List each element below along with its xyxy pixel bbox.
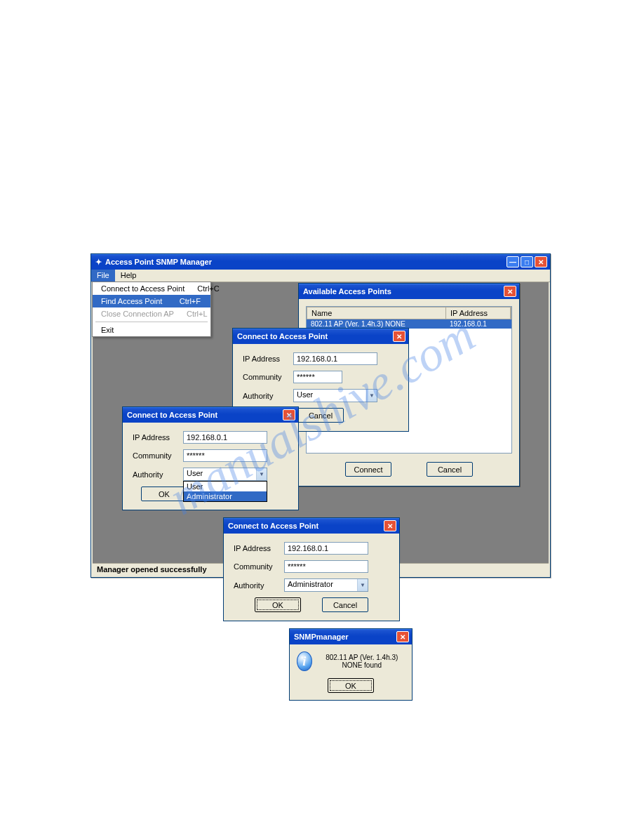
menu-item-label: Exit <box>101 326 114 334</box>
authority-combo[interactable]: User ▼ <box>293 389 377 402</box>
connect-dialog-2: Connect to Access Point ✕ IP Address Com… <box>122 406 299 510</box>
menu-item-accel: Ctrl+F <box>180 297 201 305</box>
authority-dropdown-list: User Administrator <box>183 481 267 502</box>
menu-exit[interactable]: Exit <box>93 324 210 336</box>
available-ap-title: Available Access Points <box>303 287 504 296</box>
ip-label: IP Address <box>234 544 284 552</box>
menu-separator <box>95 322 208 322</box>
combo-value: Administrator <box>285 579 357 591</box>
close-button[interactable]: ✕ <box>384 520 396 531</box>
ok-button[interactable]: OK <box>328 678 374 693</box>
community-label: Community <box>234 562 284 571</box>
connect-titlebar: Connect to Access Point ✕ <box>224 518 399 534</box>
ok-button[interactable]: OK <box>255 597 301 612</box>
available-ap-titlebar: Available Access Points ✕ <box>299 284 519 299</box>
community-input[interactable] <box>293 371 342 383</box>
menu-item-label: Close Connection AP <box>101 310 174 318</box>
snmp-title: SNMPmanager <box>294 633 396 641</box>
community-label: Community <box>133 451 183 460</box>
chevron-down-icon: ▼ <box>357 579 368 591</box>
authority-option-user[interactable]: User <box>184 482 267 491</box>
menu-close-conn: Close Connection AP Ctrl+L <box>93 307 210 320</box>
snmp-message-dialog: SNMPmanager ✕ i 802.11 AP (Ver. 1.4h.3) … <box>289 628 412 701</box>
cancel-button[interactable]: Cancel <box>427 462 473 477</box>
ip-label: IP Address <box>243 355 293 363</box>
menu-item-label: Find Access Point <box>101 297 162 305</box>
menu-find-ap[interactable]: Find Access Point Ctrl+F <box>93 295 210 307</box>
connect-button[interactable]: Connect <box>345 462 391 477</box>
list-header: Name IP Address <box>307 307 511 319</box>
cancel-button[interactable]: Cancel <box>297 408 344 423</box>
community-label: Community <box>243 373 293 381</box>
close-button[interactable]: ✕ <box>535 256 547 267</box>
minimize-button[interactable]: — <box>507 256 519 267</box>
ok-button[interactable]: OK <box>141 486 187 501</box>
menubar: File Help <box>91 270 550 282</box>
community-input[interactable] <box>284 560 368 573</box>
menu-file[interactable]: File <box>91 270 115 282</box>
ap-ip: 192.168.0.1 <box>445 319 491 329</box>
main-title: Access Point SNMP Manager <box>105 258 507 266</box>
authority-combo[interactable]: User ▼ <box>183 468 267 481</box>
connect-title: Connect to Access Point <box>127 411 283 419</box>
menu-item-accel: Ctrl+L <box>187 310 208 318</box>
authority-label: Authority <box>234 581 284 590</box>
snmp-titlebar: SNMPmanager ✕ <box>290 629 412 644</box>
ip-input[interactable] <box>284 542 368 555</box>
main-titlebar: ✦ Access Point SNMP Manager — □ ✕ <box>91 254 550 270</box>
file-menu-dropdown: Connect to Access Point Ctrl+C Find Acce… <box>92 282 211 337</box>
info-icon: i <box>297 651 312 671</box>
app-icon: ✦ <box>95 258 102 267</box>
connect-titlebar: Connect to Access Point ✕ <box>123 407 298 423</box>
menu-item-label: Connect to Access Point <box>101 284 185 293</box>
close-button[interactable]: ✕ <box>504 286 516 297</box>
close-button[interactable]: ✕ <box>396 631 409 642</box>
ip-label: IP Address <box>133 433 183 442</box>
connect-titlebar: Connect to Access Point ✕ <box>233 329 408 344</box>
authority-combo[interactable]: Administrator ▼ <box>284 578 368 592</box>
authority-label: Authority <box>133 470 183 479</box>
combo-value: User <box>294 390 366 402</box>
combo-value: User <box>184 468 256 480</box>
connect-title: Connect to Access Point <box>228 522 384 530</box>
chevron-down-icon: ▼ <box>256 468 267 480</box>
connect-dialog-3: Connect to Access Point ✕ IP Address Com… <box>223 517 400 621</box>
ip-input[interactable] <box>183 431 267 444</box>
connect-title: Connect to Access Point <box>237 332 393 340</box>
chevron-down-icon: ▼ <box>366 390 377 402</box>
close-button[interactable]: ✕ <box>393 331 405 342</box>
status-text: Manager opened successfully <box>97 565 207 574</box>
menu-help[interactable]: Help <box>115 270 142 282</box>
snmp-message-text: 802.11 AP (Ver. 1.4h.3) NONE found <box>319 654 405 669</box>
menu-item-accel: Ctrl+C <box>197 284 219 293</box>
close-button[interactable]: ✕ <box>283 409 295 421</box>
col-ip[interactable]: IP Address <box>446 307 511 319</box>
col-name[interactable]: Name <box>307 307 446 319</box>
ip-input[interactable] <box>293 352 377 365</box>
maximize-button[interactable]: □ <box>521 256 533 267</box>
authority-label: Authority <box>243 392 293 400</box>
community-input[interactable] <box>183 449 267 462</box>
authority-option-admin[interactable]: Administrator <box>184 491 267 501</box>
menu-connect-ap[interactable]: Connect to Access Point Ctrl+C <box>93 282 210 295</box>
cancel-button[interactable]: Cancel <box>322 597 368 612</box>
